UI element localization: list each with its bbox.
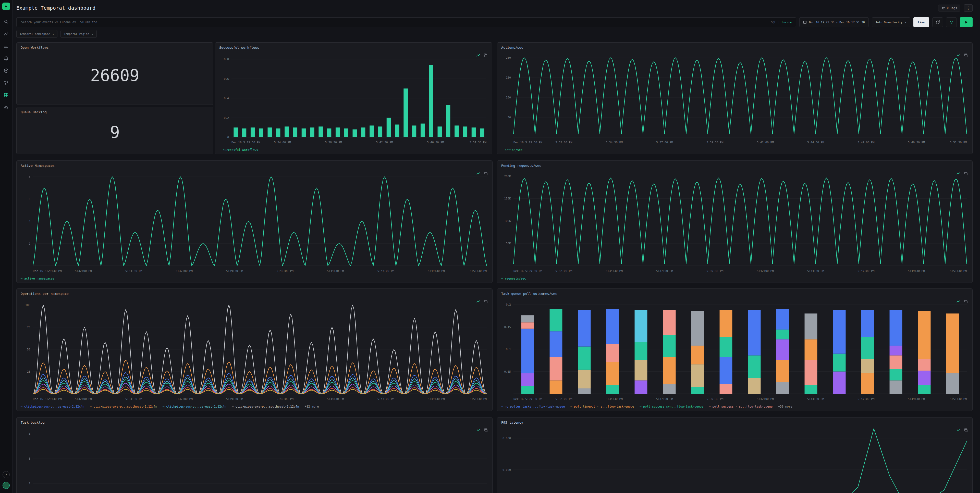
lucene-toggle-label[interactable]: Lucene	[782, 21, 792, 24]
bar	[234, 127, 238, 137]
line-chart-icon[interactable]	[476, 300, 480, 303]
chart-canvas: 432	[17, 417, 492, 493]
legend-more-link[interactable]: +12 more	[305, 405, 319, 408]
tags-badge[interactable]: 0 Tags	[938, 5, 960, 11]
time-range-picker[interactable]: Dec 16 17:29:30 - Dec 16 17:51:30	[799, 17, 869, 27]
line-chart-icon[interactable]	[476, 53, 480, 57]
x-tick-label: 5:32:00 PM	[555, 141, 573, 144]
bar	[327, 128, 331, 137]
legend-item[interactable]: — active namespaces	[21, 277, 54, 280]
filter-button[interactable]	[946, 17, 957, 27]
y-tick-label: 0.15	[504, 325, 511, 329]
sql-toggle-label[interactable]: SQL	[771, 21, 776, 24]
line-chart-icon[interactable]	[476, 428, 480, 432]
y-tick-label: 0	[227, 136, 229, 139]
stacked-bar-segment	[663, 357, 676, 384]
copy-icon[interactable]	[964, 428, 968, 432]
p95-latency-chart[interactable]: 0.0300.0200.010	[497, 417, 972, 493]
line-chart-icon[interactable]	[956, 53, 961, 57]
copy-icon[interactable]	[484, 300, 488, 303]
copy-icon[interactable]	[484, 428, 488, 432]
legend-more-link[interactable]: +50 more	[778, 405, 792, 408]
bar	[404, 89, 408, 137]
stacked-bar-segment	[663, 384, 676, 394]
y-tick-label: 150K	[504, 197, 511, 200]
stacked-bar-segment	[720, 337, 732, 357]
granularity-select[interactable]: Auto Granularity ▾	[872, 17, 910, 27]
sidebar-item-search[interactable]	[3, 19, 9, 24]
chart-canvas: 0.0300.0200.010	[497, 417, 972, 493]
copy-icon[interactable]	[964, 53, 968, 57]
copy-icon[interactable]	[964, 300, 968, 303]
stacked-bar-segment	[578, 370, 591, 388]
search-icon	[3, 19, 9, 24]
stacked-bar-segment	[805, 360, 818, 385]
pending-requests-chart[interactable]: 200K150K100K50KDec 16 5:29:30 PM5:32:00 …	[497, 161, 972, 282]
sidebar: ?	[0, 0, 13, 493]
x-tick-label: 5:44:30 PM	[327, 269, 344, 273]
legend-item[interactable]: — action/sec	[501, 148, 522, 152]
legend-item[interactable]: — requests/sec	[501, 277, 526, 280]
legend-item[interactable]: — clickpipes-aws-p...us-east-2.12c4n	[21, 405, 84, 408]
task-queue-poll-chart[interactable]: 0.20.150.10.05Dec 16 5:29:30 PM5:32:00 P…	[497, 289, 972, 411]
legend-item[interactable]: — clickpipes-aws-p...southeast-2.12c4n	[232, 405, 299, 408]
task-backlog-chart[interactable]: 432	[17, 417, 492, 493]
sidebar-item-settings[interactable]	[3, 105, 9, 110]
sidebar-item-chart-explorer[interactable]	[3, 31, 9, 37]
line-chart-icon[interactable]	[956, 300, 961, 303]
y-tick-label: 50	[27, 348, 30, 351]
refresh-button[interactable]	[932, 17, 943, 27]
x-tick-label: 5:39:30 PM	[226, 269, 243, 273]
live-button[interactable]: Live	[913, 17, 929, 27]
app-logo[interactable]	[2, 3, 10, 10]
sidebar-item-alerts[interactable]	[3, 55, 9, 61]
x-tick-label: 5:38:30 PM	[325, 141, 342, 144]
y-tick-label: 100	[506, 96, 511, 99]
x-tick-label: Dec 16 5:29:30 PM	[514, 397, 542, 401]
kebab-menu-button[interactable]: ⋮	[964, 4, 973, 12]
filter-temporal-region[interactable]: Temporal region ▾	[60, 30, 97, 38]
legend-item[interactable]: — clickpipes-aws-p...southeast-1.12c4n	[90, 405, 157, 408]
filter-temporal-namespace[interactable]: Temporal namespace ▾	[16, 30, 57, 38]
copy-icon[interactable]	[484, 171, 488, 176]
line-chart-icon[interactable]	[956, 428, 961, 432]
stacked-bar-segment	[833, 310, 846, 354]
bar	[412, 125, 417, 137]
actions-per-sec-chart[interactable]: 20015010050Dec 16 5:29:30 PM5:32:00 PM5:…	[497, 43, 972, 154]
search-input[interactable]	[21, 20, 771, 24]
legend-item[interactable]: — successful workflows	[219, 148, 258, 152]
bell-icon	[3, 56, 9, 61]
chart-canvas: 20015010050Dec 16 5:29:30 PM5:32:00 PM5:…	[497, 43, 972, 154]
operations-per-namespace-chart[interactable]: 100755025Dec 16 5:29:30 PM5:32:00 PM5:34…	[17, 289, 492, 411]
legend-item[interactable]: — poll_success_syn...flow-task-queue	[640, 405, 703, 408]
panel-actions	[956, 428, 968, 432]
sidebar-item-logs[interactable]	[3, 43, 9, 49]
panel-actions	[476, 53, 487, 57]
active-namespaces-chart[interactable]: 8642Dec 16 5:29:30 PM5:32:00 PM5:34:30 P…	[17, 161, 492, 282]
query-language-toggle[interactable]: SQL | Lucene	[771, 21, 792, 24]
granularity-label: Auto Granularity	[876, 21, 903, 24]
x-tick-label: 5:42:30 PM	[376, 141, 393, 144]
help-button[interactable]: ?	[3, 471, 10, 478]
copy-icon[interactable]	[484, 53, 487, 57]
x-tick-label: 5:49:30 PM	[908, 397, 925, 401]
sidebar-item-dashboards[interactable]	[3, 92, 9, 98]
legend-item[interactable]: — clickpipes-aws-p...us-east-1.12c4n	[162, 405, 226, 408]
x-tick-label: 5:51:30 PM	[950, 141, 967, 144]
sidebar-item-services[interactable]	[3, 68, 9, 73]
run-query-button[interactable]	[960, 17, 973, 27]
chart-canvas: 100755025Dec 16 5:29:30 PM5:32:00 PM5:34…	[17, 289, 492, 411]
stacked-bar-segment	[805, 314, 818, 339]
panel-title: Pending requests/sec	[501, 164, 541, 168]
chart-legend: — active namespaces	[21, 277, 54, 280]
legend-item[interactable]: — poll_success - s...flow-task-queue	[709, 405, 773, 408]
user-avatar[interactable]	[3, 482, 10, 489]
chart-canvas: 200K150K100K50KDec 16 5:29:30 PM5:32:00 …	[497, 161, 972, 282]
legend-item[interactable]: — poll_timeout - s...flow-task-queue	[570, 405, 634, 408]
line-chart-icon[interactable]	[956, 171, 961, 176]
sidebar-item-traces[interactable]	[3, 80, 9, 86]
successful-workflows-chart[interactable]: 0.80.60.40.20Dec 16 5:29:30 PM5:34:00 PM…	[215, 43, 492, 154]
legend-item[interactable]: — no_poller_tasks ...flow-task-queue	[501, 405, 565, 408]
copy-icon[interactable]	[964, 171, 968, 176]
line-chart-icon[interactable]	[476, 171, 480, 176]
